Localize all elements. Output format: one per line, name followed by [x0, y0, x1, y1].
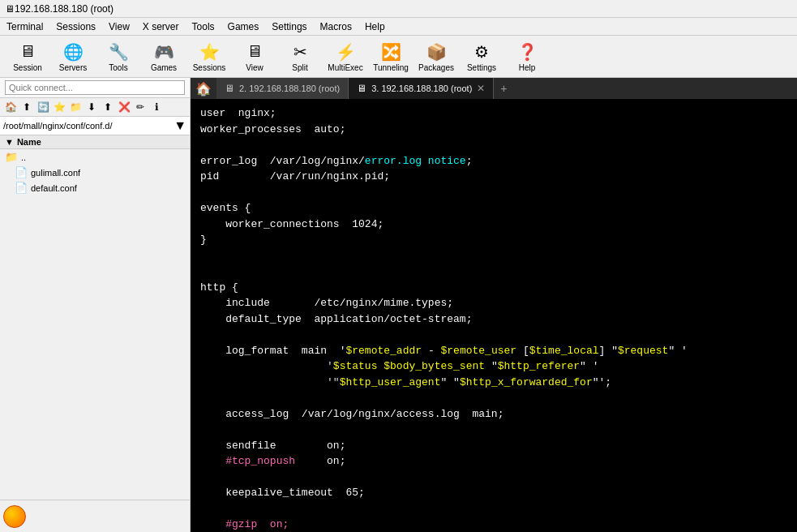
terminal-line: user nginx; [200, 105, 787, 122]
terminal-line: default_type application/octet-stream; [200, 311, 787, 328]
btn-sessions2[interactable]: ⭐ Sessions [188, 39, 230, 75]
terminal-line: #tcp_nopush on; [200, 453, 787, 470]
terminal-line: #gzip on; [200, 517, 787, 532]
folder-dropdown-icon[interactable]: ▼ [174, 118, 186, 133]
tab3-icon: 🖥 [357, 83, 366, 94]
terminal-line: worker_processes auto; [200, 122, 787, 138]
tree-header-expand: ▼ [5, 137, 14, 147]
btn-settings[interactable]: ⚙ Settings [461, 39, 503, 75]
menu-xserver[interactable]: X server [136, 19, 186, 34]
sb-btn-upload[interactable]: ⬆ [101, 100, 115, 114]
packages-icon: 📦 [425, 41, 448, 63]
tab3-close[interactable]: ✕ [477, 83, 485, 94]
file-tree: ▼ Name 📁 .. 📄 gulimall.conf 📄 default.co… [0, 135, 190, 500]
tab3-label: 3. 192.168.188.180 (root) [371, 84, 472, 93]
tree-header: ▼ Name [0, 135, 190, 149]
btn-view[interactable]: 🖥 View [234, 39, 276, 75]
terminal-line: keepalive_timeout 65; [200, 485, 787, 501]
sb-btn-home[interactable]: 🏠 [3, 100, 18, 114]
btn-multiexec[interactable]: ⚡ MultiExec [324, 39, 366, 75]
terminal-line: include /etc/nginx/mime.types; [200, 295, 787, 311]
tree-item-dotdot-label: .. [21, 152, 26, 162]
btn-help[interactable]: ❓ Help [506, 39, 548, 75]
terminal-line: http { [200, 280, 787, 296]
sb-btn-download[interactable]: ⬇ [84, 100, 99, 114]
view-icon: 🖥 [243, 41, 266, 63]
terminal-line [200, 248, 787, 264]
btn-tools[interactable]: 🔧 Tools [97, 39, 139, 75]
terminal-line [200, 470, 787, 486]
terminal-content[interactable]: user nginx;worker_processes auto; error_… [191, 99, 797, 532]
terminal-line [200, 185, 787, 201]
tab-3[interactable]: 🖥 3. 192.168.188.180 (root) ✕ [349, 78, 494, 99]
menu-tools[interactable]: Tools [186, 19, 221, 34]
sb-btn-star[interactable]: ⭐ [52, 100, 66, 114]
menu-games[interactable]: Games [221, 19, 266, 34]
menu-settings[interactable]: Settings [265, 19, 313, 34]
btn-servers[interactable]: 🌐 Servers [52, 39, 94, 75]
tree-item-default-label: default.conf [31, 183, 77, 193]
tree-item-gulimall[interactable]: 📄 gulimall.conf [10, 165, 190, 180]
btn-games[interactable]: 🎮 Games [143, 39, 185, 75]
terminal-line [200, 137, 787, 153]
btn-split[interactable]: ✂ Split [279, 39, 321, 75]
sb-btn-edit[interactable]: ✏ [133, 100, 148, 114]
menu-bar: Terminal Sessions View X server Tools Ga… [0, 18, 797, 36]
menu-help[interactable]: Help [358, 19, 392, 34]
terminal-line [200, 327, 787, 343]
tools-icon: 🔧 [107, 41, 130, 63]
sb-btn-folder[interactable]: 📁 [68, 100, 83, 114]
btn-session-label: Session [13, 63, 42, 72]
sidebar-toolbar: 🏠 ⬆ 🔄 ⭐ 📁 ⬇ ⬆ ❌ ✏ ℹ [0, 98, 190, 117]
btn-tunneling[interactable]: 🔀 Tunneling [370, 39, 412, 75]
title-bar: 🖥 192.168.188.180 (root) [0, 0, 797, 18]
tab2-icon: 🖥 [225, 83, 234, 94]
tab-bar: 🏠 🖥 2. 192.168.188.180 (root) 🖥 3. 192.1… [191, 78, 797, 99]
tree-item-default[interactable]: 📄 default.conf [10, 180, 190, 195]
servers-icon: 🌐 [62, 41, 84, 63]
app-icon: 🖥 [5, 3, 15, 15]
quick-connect-input[interactable] [5, 80, 185, 95]
btn-settings-label: Settings [467, 63, 496, 72]
sidebar-bottom [0, 500, 190, 532]
terminal-line: sendfile on; [200, 438, 787, 454]
menu-sessions[interactable]: Sessions [49, 19, 102, 34]
games-icon: 🎮 [152, 41, 175, 63]
menu-view[interactable]: View [102, 19, 136, 34]
tab-2[interactable]: 🖥 2. 192.168.188.180 (root) [216, 78, 349, 99]
btn-multiexec-label: MultiExec [328, 63, 362, 72]
btn-packages[interactable]: 📦 Packages [415, 39, 457, 75]
folder-path-text: /root/mall/nginx/conf/conf.d/ [3, 121, 174, 131]
terminal-line: '"$http_user_agent" "$http_x_forwarded_f… [200, 375, 787, 391]
tab-add-button[interactable]: + [494, 78, 513, 99]
file-icon-default: 📄 [15, 182, 28, 194]
terminal-line [200, 264, 787, 280]
sb-btn-refresh[interactable]: 🔄 [36, 100, 50, 114]
folder-icon: 📁 [5, 151, 18, 163]
sb-btn-delete[interactable]: ❌ [117, 100, 131, 114]
menu-terminal[interactable]: Terminal [0, 19, 49, 34]
terminal-line [200, 501, 787, 517]
tree-item-dotdot[interactable]: 📁 .. [0, 149, 190, 165]
terminal-line: access_log /var/log/nginx/access.log mai… [200, 406, 787, 423]
sb-btn-up[interactable]: ⬆ [19, 100, 34, 114]
btn-split-label: Split [292, 63, 307, 72]
tree-header-label: Name [17, 137, 41, 147]
toolbar: 🖥 Session 🌐 Servers 🔧 Tools 🎮 Games ⭐ Se… [0, 36, 797, 78]
menu-macros[interactable]: Macros [314, 19, 358, 34]
terminal-line: } [200, 232, 787, 248]
help-icon: ❓ [516, 41, 538, 63]
btn-tools-label: Tools [109, 63, 127, 72]
terminal-line: pid /var/run/nginx.pid; [200, 169, 787, 185]
btn-sessions2-label: Sessions [193, 63, 226, 72]
file-icon-gulimall: 📄 [15, 166, 28, 178]
btn-help-label: Help [519, 63, 536, 72]
settings-icon: ⚙ [470, 41, 493, 63]
btn-session[interactable]: 🖥 Session [6, 39, 49, 75]
terminal-area: 🏠 🖥 2. 192.168.188.180 (root) 🖥 3. 192.1… [191, 78, 797, 532]
split-icon: ✂ [289, 41, 311, 63]
sessions-icon: ⭐ [198, 41, 221, 63]
btn-packages-label: Packages [418, 63, 454, 72]
terminal-line: worker_connections 1024; [200, 217, 787, 233]
sb-btn-props[interactable]: ℹ [149, 100, 164, 114]
